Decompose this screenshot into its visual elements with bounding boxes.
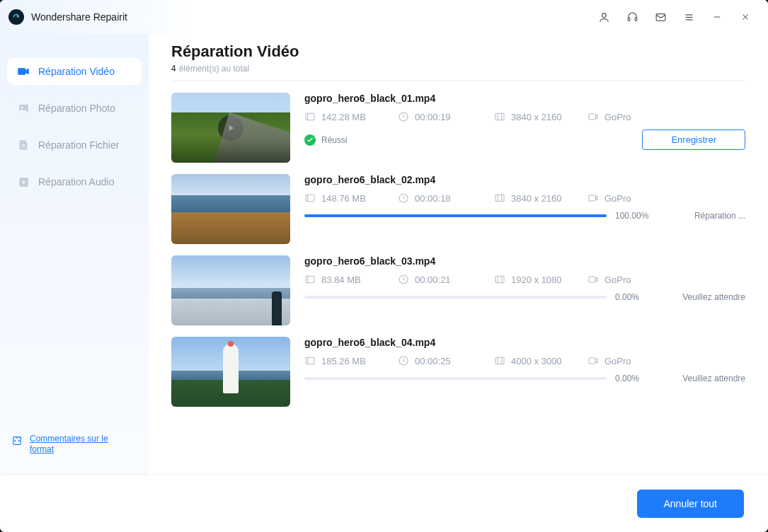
feedback-label: Commentaires sur le format <box>30 434 122 456</box>
file-resolution: 1920 x 1080 <box>511 274 562 285</box>
item-count: 4 <box>171 64 176 74</box>
file-name: gopro_hero6_black_02.mp4 <box>304 174 745 185</box>
audio-icon <box>17 175 30 188</box>
menu-icon[interactable] <box>675 3 703 31</box>
svg-rect-32 <box>495 357 504 364</box>
page-title: Réparation Vidéo <box>171 42 745 61</box>
video-item: gopro_hero6_black_04.mp4 185.26 MB 00:00… <box>171 325 745 421</box>
progress-bar <box>304 377 607 380</box>
file-device: GoPro <box>604 356 631 366</box>
progress-percent: 0.00% <box>615 292 652 302</box>
file-meta: 142.28 MB 00:00:19 3840 x 2160 GoPro <box>304 111 745 122</box>
file-duration: 00:00:18 <box>415 193 451 204</box>
minimize-button[interactable] <box>703 3 731 31</box>
app-logo-icon <box>8 9 24 25</box>
sidebar-item-audio-repair[interactable]: Réparation Audio <box>7 168 142 195</box>
svg-rect-29 <box>589 277 595 282</box>
svg-point-1 <box>602 13 606 17</box>
sidebar-item-label: Réparation Audio <box>38 176 114 187</box>
main-content: Réparation Vidéo 4élément(s) au total go… <box>149 34 768 475</box>
file-resolution: 3840 x 2160 <box>511 193 562 204</box>
file-icon <box>17 139 30 151</box>
file-resolution: 4000 x 3000 <box>511 356 562 366</box>
status-label: Veuillez attendre <box>660 374 745 383</box>
file-size: 185.26 MB <box>321 356 366 366</box>
svg-rect-25 <box>589 195 595 201</box>
cancel-all-button[interactable]: Annuler tout <box>637 490 745 518</box>
sidebar-item-label: Réparation Vidéo <box>38 66 115 77</box>
file-device: GoPro <box>604 274 631 285</box>
sidebar-item-photo-repair[interactable]: Réparation Photo <box>7 95 142 122</box>
video-thumbnail[interactable] <box>171 337 290 407</box>
file-resolution: 3840 x 2160 <box>511 112 562 122</box>
svg-rect-3 <box>635 18 637 21</box>
status-label: Réussi <box>321 135 348 145</box>
video-thumbnail[interactable] <box>171 255 290 325</box>
sidebar: Réparation Vidéo Réparation Photo Répara… <box>0 34 149 475</box>
item-count-label: élément(s) au total <box>179 64 249 74</box>
file-meta: 185.26 MB 00:00:25 4000 x 3000 GoPro <box>304 355 745 366</box>
svg-rect-14 <box>21 144 25 145</box>
svg-rect-30 <box>306 357 314 364</box>
status-label: Réparation ... <box>660 211 745 221</box>
file-duration: 00:00:25 <box>415 356 451 366</box>
file-duration: 00:00:19 <box>415 112 451 122</box>
svg-rect-24 <box>495 195 504 201</box>
svg-rect-2 <box>628 18 630 21</box>
play-overlay <box>171 93 290 163</box>
svg-rect-22 <box>306 195 314 201</box>
progress-bar <box>304 296 607 299</box>
file-name: gopro_hero6_black_01.mp4 <box>304 93 745 104</box>
save-button[interactable]: Enregistrer <box>642 129 745 150</box>
file-device: GoPro <box>604 193 631 204</box>
support-icon[interactable] <box>618 3 646 31</box>
feedback-link[interactable]: Commentaires sur le format <box>11 434 137 456</box>
svg-point-13 <box>21 106 23 108</box>
file-size: 83.84 MB <box>321 274 361 285</box>
file-size: 142.28 MB <box>321 112 366 122</box>
svg-rect-18 <box>306 113 314 120</box>
video-item: gopro_hero6_black_02.mp4 148.76 MB 00:00… <box>171 163 745 244</box>
svg-rect-20 <box>495 113 504 120</box>
footer: Annuler tout <box>0 475 768 532</box>
video-item: gopro_hero6_black_03.mp4 83.84 MB 00:00:… <box>171 244 745 325</box>
video-item: gopro_hero6_black_01.mp4 142.28 MB 00:00… <box>171 81 745 163</box>
svg-rect-26 <box>306 276 314 282</box>
play-icon[interactable] <box>218 115 243 141</box>
file-duration: 00:00:21 <box>415 274 451 285</box>
file-device: GoPro <box>604 112 631 122</box>
app-window: Wondershare Repairit Réparation <box>0 0 768 532</box>
progress-percent: 0.00% <box>615 374 652 383</box>
progress-percent: 100.00% <box>615 211 652 221</box>
file-meta: 148.76 MB 00:00:18 3840 x 2160 GoPro <box>304 192 745 204</box>
account-icon[interactable] <box>590 3 618 31</box>
svg-rect-21 <box>589 114 595 120</box>
svg-rect-28 <box>495 276 504 282</box>
titlebar: Wondershare Repairit <box>0 0 768 34</box>
feedback-icon <box>11 435 23 449</box>
file-name: gopro_hero6_black_04.mp4 <box>304 337 745 348</box>
app-title: Wondershare Repairit <box>31 11 127 23</box>
file-name: gopro_hero6_black_03.mp4 <box>304 255 745 267</box>
status-label: Veuillez attendre <box>660 292 745 302</box>
close-button[interactable] <box>731 3 760 31</box>
video-thumbnail[interactable] <box>171 93 290 163</box>
check-icon <box>304 134 316 146</box>
video-icon <box>17 65 30 78</box>
svg-rect-11 <box>18 69 26 75</box>
video-thumbnail[interactable] <box>171 174 290 244</box>
sidebar-item-file-repair[interactable]: Réparation Fichier <box>7 132 142 158</box>
page-subtitle: 4élément(s) au total <box>171 64 745 74</box>
photo-icon <box>17 102 30 115</box>
sidebar-item-label: Réparation Photo <box>38 103 115 114</box>
svg-rect-15 <box>21 146 25 147</box>
sidebar-item-label: Réparation Fichier <box>38 139 119 151</box>
progress-fill <box>304 214 607 217</box>
status-success: Réussi <box>304 134 348 146</box>
mail-icon[interactable] <box>646 3 675 31</box>
file-size: 148.76 MB <box>321 193 366 204</box>
file-meta: 83.84 MB 00:00:21 1920 x 1080 GoPro <box>304 274 745 285</box>
progress-bar <box>304 214 607 217</box>
sidebar-item-video-repair[interactable]: Réparation Vidéo <box>7 58 142 85</box>
svg-rect-33 <box>589 358 595 364</box>
